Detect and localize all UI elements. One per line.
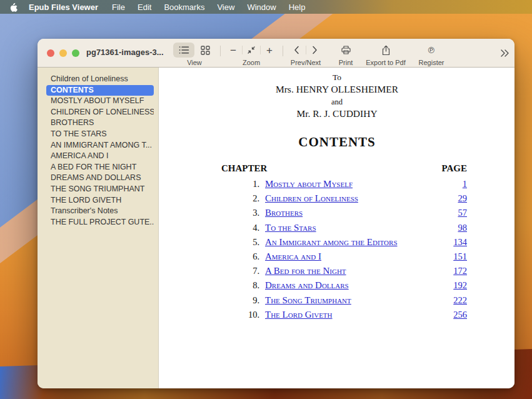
chapter-link[interactable]: An Immigrant among the Editors [265,237,398,248]
chapter-link[interactable]: Brothers [265,208,303,218]
zoom-in-button[interactable]: + [261,43,278,58]
page-link[interactable]: 256 [453,310,467,320]
chapter-link[interactable]: To the Stars [265,223,316,233]
sidebar-item[interactable]: AMERICA AND I [46,151,154,162]
chevron-right-icon [312,46,318,54]
sidebar-item-label: MOSTLY ABOUT MYSELF [51,96,144,105]
zoom-out-button[interactable]: − [224,43,242,58]
sidebar-item-label: AMERICA AND I [51,151,108,160]
register-button[interactable]: ℗ [421,43,442,58]
minimize-button[interactable] [59,49,67,57]
toolbar-group-zoom: − + Zoom [223,42,280,66]
sidebar-item[interactable]: DREAMS AND DOLLARS [46,173,154,184]
sidebar-item[interactable]: BROTHERS [46,118,154,129]
grid-view-button[interactable] [194,43,216,58]
sidebar-item[interactable]: › TO THE STARS [46,129,154,140]
toolbar-separator [220,46,221,56]
sidebar-item-label: Transcriber's Notes [51,206,118,215]
page-header: PAGE [441,163,467,174]
sidebar-item-label: DREAMS AND DOLLARS [51,173,141,182]
app-window: pg71361-images-3... [38,39,514,388]
sidebar-item-label: CHILDREN OF LONELINESS [51,108,154,116]
contents-heading: CONTENTS [159,134,514,150]
sidebar-item[interactable]: Children of Loneliness [46,74,154,85]
chapter-link[interactable]: Children of Loneliness [265,193,358,204]
menu-item-view[interactable]: View [217,3,234,12]
traffic-lights [47,49,79,57]
toolbar-overflow-button[interactable] [496,46,513,60]
chapter-number: 7. [221,266,265,276]
prev-button[interactable] [288,43,306,58]
chapter-number: 10. [221,310,265,320]
chapter-link[interactable]: America and I [265,251,321,262]
page-link[interactable]: 29 [458,193,468,204]
chapter-number: 6. [221,251,265,262]
chapter-link[interactable]: A Bed for the Night [265,266,346,276]
window-toolbar: pg71361-images-3... [38,39,514,68]
dedication-line: To [159,73,514,83]
sidebar-item[interactable]: THE LORD GIVETH [46,195,154,206]
menu-item-help[interactable]: Help [289,3,306,12]
menu-item-edit[interactable]: Edit [138,3,151,12]
toc-row: 3. Brothers 57 [221,208,467,222]
next-button[interactable] [306,43,324,58]
chapter-link[interactable]: The Lord Giveth [265,310,333,320]
page-link[interactable]: 192 [453,280,467,291]
apple-menu-icon[interactable] [9,2,18,12]
sidebar-item[interactable]: MOSTLY ABOUT MYSELF [46,96,154,107]
page-link[interactable]: 134 [453,237,467,248]
sidebar-item-label: BROTHERS [51,118,94,127]
register-label: Register [411,59,451,66]
chapter-link[interactable]: Mostly about Myself [265,179,353,189]
sidebar-item-label: THE SONG TRIUMPHANT [51,184,144,193]
view-group-label: View [170,59,219,66]
printer-icon [341,45,351,55]
toc-row: 10. The Lord Giveth 256 [221,310,467,324]
fullscreen-button[interactable] [72,49,79,57]
chapter-number: 3. [221,208,265,218]
dedication-line: and [159,98,514,107]
page-link[interactable]: 172 [453,266,467,276]
toolbar-group-export: Export to Pdf [353,42,418,66]
page-link[interactable]: 57 [458,208,468,218]
page-link[interactable]: 151 [453,251,467,262]
chapter-number: 5. [221,237,265,248]
toolbar-group-register: ℗ Register [411,42,451,66]
chapter-number: 1. [221,179,265,189]
page-link[interactable]: 98 [458,223,468,233]
page-link[interactable]: 222 [453,295,467,306]
toc-row: 2. Children of Loneliness 29 [221,193,467,208]
toc-row: 7. A Bed for the Night 172 [221,266,467,280]
menu-item-bookmarks[interactable]: Bookmarks [164,3,204,12]
menu-item-window[interactable]: Window [247,3,276,12]
sidebar-item[interactable]: › CHILDREN OF LONELINESS [46,107,154,118]
registered-p-icon: ℗ [428,46,434,54]
toc-sidebar: Children of Loneliness CONTENTS MOSTLY A… [38,68,159,388]
sidebar-item[interactable]: THE FULL PROJECT GUTE... [46,217,154,228]
page-link[interactable]: 1 [463,179,467,189]
chapter-link[interactable]: Dreams and Dollars [265,280,349,291]
dedication-line: Mr. R. J. CUDDIHY [159,108,514,119]
toolbar-group-prevnext: Prev/Next [286,42,325,66]
zoom-fit-button[interactable] [243,43,260,58]
dedication: To Mrs. HENRY OLLESHEIMER and Mr. R. J. … [159,73,514,119]
toc-row: 8. Dreams and Dollars 192 [221,280,467,295]
sidebar-item[interactable]: Transcriber's Notes [46,206,154,217]
export-pdf-label: Export to Pdf [353,59,418,66]
close-button[interactable] [47,49,54,57]
menu-item-file[interactable]: File [112,3,125,12]
export-pdf-button[interactable] [375,43,396,58]
sidebar-item-contents[interactable]: CONTENTS [46,85,154,96]
sidebar-item[interactable]: AN IMMIGRANT AMONG T... [46,140,154,151]
chapter-link[interactable]: The Song Triumphant [265,295,351,306]
sidebar-item[interactable]: A BED FOR THE NIGHT [46,162,154,173]
share-icon [381,45,391,56]
menu-app-name[interactable]: Epub Files Viewer [29,3,98,12]
chapter-number: 2. [221,193,265,204]
chevron-left-icon [294,46,299,54]
list-view-button[interactable] [173,43,194,58]
plus-icon: + [266,45,273,56]
prevnext-group-label: Prev/Next [286,59,325,66]
sidebar-item[interactable]: › THE SONG TRIUMPHANT [46,184,154,195]
contents-table-header: CHAPTER PAGE [221,163,467,174]
